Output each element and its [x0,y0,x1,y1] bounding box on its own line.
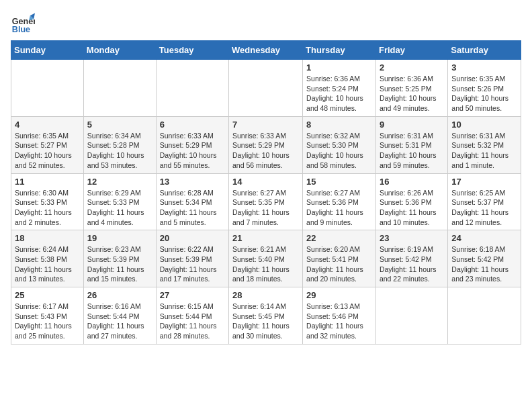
calendar-cell: 21Sunrise: 6:21 AMSunset: 5:40 PMDayligh… [229,230,303,287]
day-info: Sunrise: 6:29 AMSunset: 5:33 PMDaylight:… [87,188,152,228]
calendar-cell [11,60,84,117]
day-number: 21 [232,233,299,243]
calendar-cell [83,60,156,117]
calendar-cell [229,60,303,117]
day-number: 27 [160,290,225,300]
day-info: Sunrise: 6:20 AMSunset: 5:41 PMDaylight:… [306,244,372,284]
calendar-cell: 9Sunrise: 6:31 AMSunset: 5:31 PMDaylight… [375,116,447,173]
day-number: 15 [306,177,372,187]
calendar-cell: 14Sunrise: 6:27 AMSunset: 5:35 PMDayligh… [229,173,303,230]
calendar-cell: 8Sunrise: 6:32 AMSunset: 5:30 PMDaylight… [303,116,376,173]
calendar-cell: 28Sunrise: 6:14 AMSunset: 5:45 PMDayligh… [229,287,303,345]
week-row-2: 11Sunrise: 6:30 AMSunset: 5:33 PMDayligh… [11,173,521,230]
calendar-cell: 17Sunrise: 6:25 AMSunset: 5:37 PMDayligh… [448,173,521,230]
header-row: SundayMondayTuesdayWednesdayThursdayFrid… [11,41,521,60]
day-info: Sunrise: 6:13 AMSunset: 5:46 PMDaylight:… [306,302,372,341]
day-number: 20 [160,233,225,243]
svg-text:Blue: Blue [12,25,30,34]
day-number: 10 [451,120,517,130]
day-info: Sunrise: 6:16 AMSunset: 5:44 PMDaylight:… [87,302,152,341]
calendar-cell: 16Sunrise: 6:26 AMSunset: 5:36 PMDayligh… [375,173,447,230]
day-info: Sunrise: 6:30 AMSunset: 5:33 PMDaylight:… [15,188,80,228]
calendar-cell: 27Sunrise: 6:15 AMSunset: 5:44 PMDayligh… [156,287,228,345]
day-info: Sunrise: 6:21 AMSunset: 5:40 PMDaylight:… [232,244,299,284]
day-info: Sunrise: 6:34 AMSunset: 5:28 PMDaylight:… [87,131,152,171]
day-info: Sunrise: 6:17 AMSunset: 5:43 PMDaylight:… [15,302,80,341]
day-info: Sunrise: 6:19 AMSunset: 5:42 PMDaylight:… [380,244,444,284]
day-info: Sunrise: 6:27 AMSunset: 5:36 PMDaylight:… [306,188,372,228]
calendar-cell: 20Sunrise: 6:22 AMSunset: 5:39 PMDayligh… [156,230,228,287]
day-info: Sunrise: 6:18 AMSunset: 5:42 PMDaylight:… [451,244,517,284]
calendar-cell: 10Sunrise: 6:31 AMSunset: 5:32 PMDayligh… [448,116,521,173]
calendar-cell: 5Sunrise: 6:34 AMSunset: 5:28 PMDaylight… [83,116,156,173]
calendar-cell: 1Sunrise: 6:36 AMSunset: 5:24 PMDaylight… [303,60,376,117]
day-number: 24 [451,233,517,243]
calendar-cell: 12Sunrise: 6:29 AMSunset: 5:33 PMDayligh… [83,173,156,230]
calendar-cell: 19Sunrise: 6:23 AMSunset: 5:39 PMDayligh… [83,230,156,287]
calendar-cell: 24Sunrise: 6:18 AMSunset: 5:42 PMDayligh… [448,230,521,287]
day-number: 23 [380,233,444,243]
day-number: 11 [15,177,80,187]
day-info: Sunrise: 6:22 AMSunset: 5:39 PMDaylight:… [160,244,225,284]
day-number: 16 [380,177,444,187]
day-info: Sunrise: 6:31 AMSunset: 5:32 PMDaylight:… [451,131,517,171]
calendar-cell: 18Sunrise: 6:24 AMSunset: 5:38 PMDayligh… [11,230,84,287]
day-info: Sunrise: 6:36 AMSunset: 5:25 PMDaylight:… [380,74,444,113]
calendar-cell: 11Sunrise: 6:30 AMSunset: 5:33 PMDayligh… [11,173,84,230]
calendar-cell: 3Sunrise: 6:35 AMSunset: 5:26 PMDaylight… [448,60,521,117]
day-number: 22 [306,233,372,243]
calendar-table: SundayMondayTuesdayWednesdayThursdayFrid… [11,40,521,345]
calendar-cell: 23Sunrise: 6:19 AMSunset: 5:42 PMDayligh… [375,230,447,287]
calendar-cell: 29Sunrise: 6:13 AMSunset: 5:46 PMDayligh… [303,287,376,345]
calendar-cell: 2Sunrise: 6:36 AMSunset: 5:25 PMDaylight… [375,60,447,117]
day-info: Sunrise: 6:35 AMSunset: 5:27 PMDaylight:… [15,131,80,171]
calendar-cell: 22Sunrise: 6:20 AMSunset: 5:41 PMDayligh… [303,230,376,287]
header-friday: Friday [375,41,447,60]
day-info: Sunrise: 6:23 AMSunset: 5:39 PMDaylight:… [87,244,152,284]
calendar-cell: 13Sunrise: 6:28 AMSunset: 5:34 PMDayligh… [156,173,228,230]
header-sunday: Sunday [11,41,84,60]
header: General Blue [11,11,521,35]
header-monday: Monday [83,41,156,60]
day-info: Sunrise: 6:28 AMSunset: 5:34 PMDaylight:… [160,188,225,228]
day-number: 6 [160,120,225,130]
header-tuesday: Tuesday [156,41,228,60]
day-info: Sunrise: 6:15 AMSunset: 5:44 PMDaylight:… [160,302,225,341]
header-saturday: Saturday [448,41,521,60]
day-number: 5 [87,120,152,130]
day-number: 14 [232,177,299,187]
calendar-cell [375,287,447,345]
day-info: Sunrise: 6:36 AMSunset: 5:24 PMDaylight:… [306,74,372,113]
day-number: 7 [232,120,299,130]
week-row-4: 25Sunrise: 6:17 AMSunset: 5:43 PMDayligh… [11,287,521,345]
day-number: 1 [306,62,372,73]
day-number: 18 [15,233,80,243]
day-number: 29 [306,290,372,300]
day-number: 28 [232,290,299,300]
day-info: Sunrise: 6:31 AMSunset: 5:31 PMDaylight:… [380,131,444,171]
calendar-cell: 15Sunrise: 6:27 AMSunset: 5:36 PMDayligh… [303,173,376,230]
week-row-0: 1Sunrise: 6:36 AMSunset: 5:24 PMDaylight… [11,60,521,117]
day-number: 12 [87,177,152,187]
day-info: Sunrise: 6:33 AMSunset: 5:29 PMDaylight:… [160,131,225,171]
day-number: 2 [380,62,444,73]
day-info: Sunrise: 6:27 AMSunset: 5:35 PMDaylight:… [232,188,299,228]
day-info: Sunrise: 6:26 AMSunset: 5:36 PMDaylight:… [380,188,444,228]
day-number: 19 [87,233,152,243]
day-info: Sunrise: 6:14 AMSunset: 5:45 PMDaylight:… [232,302,299,341]
calendar-cell: 26Sunrise: 6:16 AMSunset: 5:44 PMDayligh… [83,287,156,345]
week-row-1: 4Sunrise: 6:35 AMSunset: 5:27 PMDaylight… [11,116,521,173]
day-number: 3 [451,62,517,73]
day-number: 25 [15,290,80,300]
day-info: Sunrise: 6:33 AMSunset: 5:29 PMDaylight:… [232,131,299,171]
day-number: 17 [451,177,517,187]
day-number: 4 [15,120,80,130]
day-number: 26 [87,290,152,300]
calendar-cell: 6Sunrise: 6:33 AMSunset: 5:29 PMDaylight… [156,116,228,173]
header-wednesday: Wednesday [229,41,303,60]
header-thursday: Thursday [303,41,376,60]
calendar-cell: 25Sunrise: 6:17 AMSunset: 5:43 PMDayligh… [11,287,84,345]
calendar-cell: 4Sunrise: 6:35 AMSunset: 5:27 PMDaylight… [11,116,84,173]
day-info: Sunrise: 6:24 AMSunset: 5:38 PMDaylight:… [15,244,80,284]
logo: General Blue [11,11,35,35]
